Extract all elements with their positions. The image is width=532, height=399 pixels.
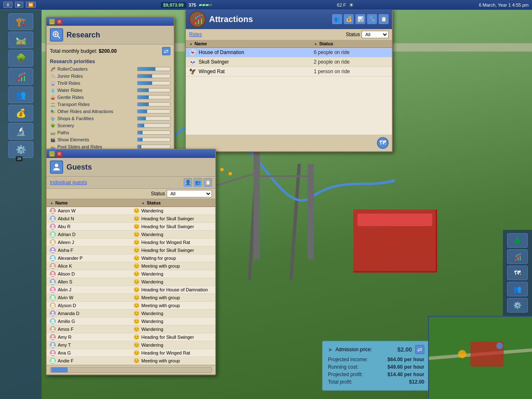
guest-icon-btn-2[interactable]: 👥	[194, 178, 202, 187]
guest-row-2[interactable]: Abu R 😊 Heading for Skull Swinger	[47, 223, 215, 231]
guest-avatar-18	[50, 350, 56, 356]
projected-profit-row: Projected profit: $14.40 per hour	[328, 372, 424, 377]
rides-tab[interactable]: Rides	[189, 32, 202, 37]
guest-row-10[interactable]: Alvin J 😊 Heading for House of Damnation	[47, 286, 215, 294]
research-btn-side[interactable]: 🔬	[8, 123, 33, 140]
svg-line-18	[57, 36, 60, 38]
attractions-icon-btn-4[interactable]: 🔧	[367, 14, 377, 24]
ride-name-3: Winged Rat	[199, 69, 314, 74]
guest-icon-btn-1[interactable]: 👤	[184, 178, 192, 187]
research-item-name-4: Gentle Rides	[57, 95, 137, 100]
guest-row-4[interactable]: Aileen J 😊 Heading for Winged Rat	[47, 239, 215, 246]
guests-toolbar: Individual guests 👤 👥 📋	[47, 177, 215, 189]
attractions-icon-btn-3[interactable]: 📊	[355, 14, 365, 24]
build-button[interactable]: 🏗️	[8, 13, 33, 30]
guest-row-6[interactable]: Alexander P 😊 Waiting for group	[47, 254, 215, 262]
minimap[interactable]	[428, 316, 532, 399]
fast-forward-button[interactable]: ⏩	[26, 2, 36, 8]
guest-name-9: Allen S	[58, 279, 133, 284]
research-item-7[interactable]: 🏪 Shops & Facilities	[50, 116, 170, 121]
settings-button[interactable]: ⚙️	[8, 141, 33, 158]
attractions-icon-btn-2[interactable]: 💰	[344, 14, 354, 24]
guest-row-11[interactable]: Alvin W 😊 Meeting with group	[47, 294, 215, 302]
guest-row-17[interactable]: Amy T 😊 Wandering	[47, 341, 215, 349]
research-close-button[interactable]: ✕	[57, 19, 62, 25]
research-bar-fill-2	[138, 81, 152, 85]
guest-row-19[interactable]: Andie F 😊 Meeting with group	[47, 357, 215, 365]
guest-row-16[interactable]: Amy R 😊 Heading for Skull Swinger	[47, 333, 215, 341]
guests-sort-name-icon: ▲	[50, 201, 54, 205]
research-item-0[interactable]: 🎢 RollerCoasters	[50, 66, 170, 72]
guests-close-button[interactable]: ✕	[57, 151, 62, 157]
guest-row-14[interactable]: Amilio G 😊 Wandering	[47, 318, 215, 325]
svg-point-40	[52, 351, 54, 353]
research-item-1[interactable]: 🎠 Junior Rides	[50, 73, 170, 79]
budget-adjust-button[interactable]: ⇄	[162, 47, 170, 55]
guest-icon-btn-3[interactable]: 📋	[204, 178, 212, 187]
research-minimize-button[interactable]: _	[49, 19, 55, 25]
attractions-name-col-header[interactable]: ▲ Name	[189, 41, 314, 46]
rides-button[interactable]: 🎢	[8, 68, 33, 85]
guests-status-filter-dropdown[interactable]: All Wandering Heading for ride	[167, 190, 212, 197]
guest-row-7[interactable]: Alice K 😊 Meeting with group	[47, 262, 215, 270]
guest-row-9[interactable]: Allen S 😊 Wandering	[47, 278, 215, 286]
guests-subtitle[interactable]: Individual guests	[50, 180, 87, 185]
bottom-toolbar-btn-4[interactable]: 👥	[507, 282, 528, 296]
guests-scrollbar-thumb[interactable]	[51, 367, 68, 372]
research-icon	[50, 28, 63, 42]
bottom-toolbar-btn-1[interactable]: 🌲	[507, 233, 528, 248]
guest-row-15[interactable]: Amos F 😊 Wandering	[47, 325, 215, 333]
guest-status-icon-18: 😊	[133, 350, 140, 356]
research-item-10[interactable]: 🎬 Show Elements	[50, 137, 170, 143]
guest-row-5[interactable]: Aisha F 😊 Heading for Skull Swinger	[47, 246, 215, 254]
research-item-name-10: Show Elements	[57, 137, 137, 142]
guest-row-8[interactable]: Alison D 😊 Wandering	[47, 270, 215, 278]
research-item-6[interactable]: 🎭 Other Rides and Attractions	[50, 108, 170, 114]
guest-row-18[interactable]: Ana G 😊 Heading for Winged Rat	[47, 349, 215, 357]
scenery-button[interactable]: 🌳	[8, 50, 33, 66]
research-item-8[interactable]: 🌳 Scenery	[50, 123, 170, 128]
bottom-toolbar-btn-3[interactable]: 🗺	[507, 266, 528, 280]
guest-row-1[interactable]: Abdul N 😊 Heading for Skull Swinger	[47, 215, 215, 223]
attractions-nav-button[interactable]: 🗺	[377, 137, 389, 149]
guests-minimize-button[interactable]: _	[49, 151, 55, 157]
research-item-4[interactable]: 🎪 Gentle Rides	[50, 94, 170, 100]
bottom-toolbar-btn-5[interactable]: ⚙️	[507, 298, 528, 313]
research-item-5[interactable]: 🚃 Transport Rides	[50, 101, 170, 107]
toolbar-money: $9,973.99 375 ▰▰▰▱	[161, 2, 212, 8]
attractions-icon-btn-1[interactable]: 👥	[332, 14, 342, 24]
path-button[interactable]: 🛤️	[8, 32, 33, 48]
status-filter-dropdown[interactable]: All Open Closed	[362, 31, 389, 38]
guest-name-18: Ana G	[58, 350, 133, 355]
guest-row-13[interactable]: Amanda D 😊 Wandering	[47, 310, 215, 318]
research-item-9[interactable]: 🛤️ Paths	[50, 130, 170, 135]
research-item-3[interactable]: 💧 Water Rides	[50, 87, 170, 93]
guests-scrollbar-track[interactable]	[50, 367, 212, 373]
attraction-row-2[interactable]: 💀 Skull Swinger 2 people on ride	[186, 57, 392, 67]
research-item-2[interactable]: 🎡 Thrill Rides	[50, 80, 170, 86]
attraction-row-1[interactable]: 👻 House of Damnation 6 people on ride	[186, 48, 392, 57]
guests-table-body[interactable]: Aaron W 😊 Wandering Abdul N 😊 Heading fo…	[47, 207, 215, 365]
svg-point-39	[52, 343, 54, 345]
guest-row-3[interactable]: Adrian D 😊 Wandering	[47, 231, 215, 239]
guests-button[interactable]: 👥	[8, 86, 33, 103]
research-bar-fill-4	[138, 96, 149, 99]
attractions-icon-btn-5[interactable]: 📋	[379, 14, 389, 24]
ride-icon-1: 👻	[189, 49, 196, 56]
ride-icon-2: 💀	[189, 59, 196, 65]
projected-income-value: $64.00 per hour	[387, 357, 424, 362]
status-filter-label: Status	[346, 32, 360, 37]
finances-button[interactable]: 💰	[8, 105, 33, 121]
guest-row-12[interactable]: Alyson D 😊 Meeting with group	[47, 302, 215, 310]
bottom-toolbar-btn-2[interactable]: 🎢	[507, 249, 528, 264]
guests-status-col-header[interactable]: ▲ Status	[141, 200, 212, 205]
price-adjust-button[interactable]: ⇄	[415, 345, 424, 354]
guest-row-0[interactable]: Aaron W 😊 Wandering	[47, 207, 215, 215]
guests-name-col-header[interactable]: ▲ Name	[50, 200, 141, 205]
play-button[interactable]: ▶	[15, 2, 23, 8]
guest-status-icon-3: 😊	[133, 232, 140, 237]
attraction-row-3[interactable]: 🦅 Winged Rat 1 person on ride	[186, 67, 392, 76]
svg-rect-14	[357, 214, 432, 226]
attractions-status-col-header[interactable]: ▲ Status	[314, 41, 389, 46]
pause-button[interactable]: ⏸	[3, 2, 12, 8]
